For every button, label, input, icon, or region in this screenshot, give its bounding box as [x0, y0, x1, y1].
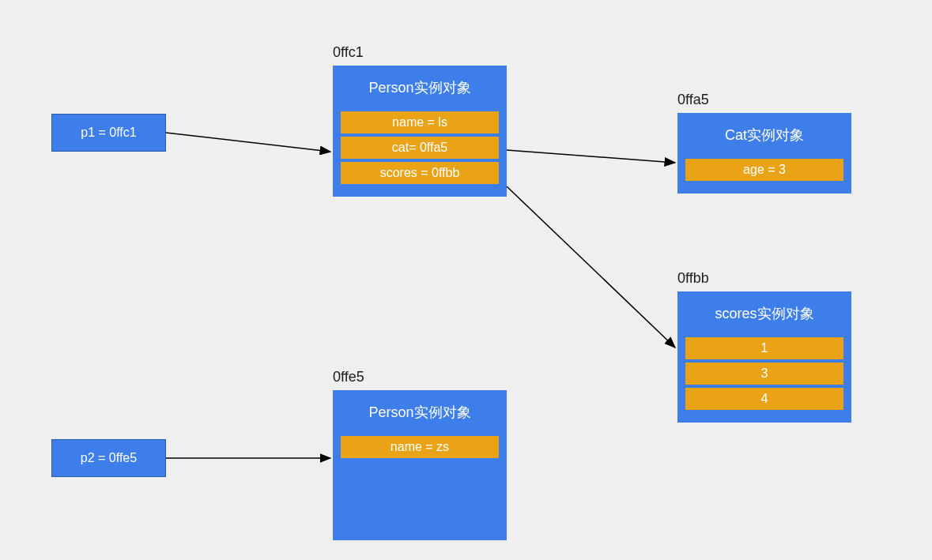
cat-object: Cat实例对象 age = 3 [677, 113, 851, 194]
scores-title: scores实例对象 [685, 298, 843, 334]
person1-title: Person实例对象 [341, 72, 499, 108]
pointer-p2-label: p2 = 0ffe5 [81, 451, 137, 465]
scores-value-1: 3 [685, 363, 843, 385]
cat-address: 0ffa5 [677, 92, 709, 108]
cat-title: Cat实例对象 [685, 119, 843, 156]
person1-name-field: name = ls [341, 111, 499, 133]
arrow-p1-person1 [166, 133, 330, 152]
person2-object: Person实例对象 name = zs [333, 390, 507, 540]
pointer-p1-box: p1 = 0ffc1 [51, 114, 166, 152]
scores-address: 0ffbb [677, 270, 709, 287]
person1-cat-field: cat= 0ffa5 [341, 137, 499, 159]
person1-address: 0ffc1 [333, 44, 364, 61]
pointer-p2-box: p2 = 0ffe5 [51, 439, 166, 477]
scores-object: scores实例对象 1 3 4 [677, 291, 851, 423]
arrow-person1-cat [507, 150, 675, 163]
cat-age-field: age = 3 [685, 159, 843, 181]
person2-name-field: name = zs [341, 436, 499, 458]
person2-address: 0ffe5 [333, 369, 364, 385]
pointer-p1-label: p1 = 0ffc1 [81, 126, 136, 140]
arrow-person1-scores [507, 186, 675, 348]
person1-object: Person实例对象 name = ls cat= 0ffa5 scores =… [333, 66, 507, 197]
person1-scores-field: scores = 0ffbb [341, 162, 499, 184]
scores-value-0: 1 [685, 337, 843, 359]
person2-title: Person实例对象 [341, 397, 499, 433]
scores-value-2: 4 [685, 388, 843, 410]
